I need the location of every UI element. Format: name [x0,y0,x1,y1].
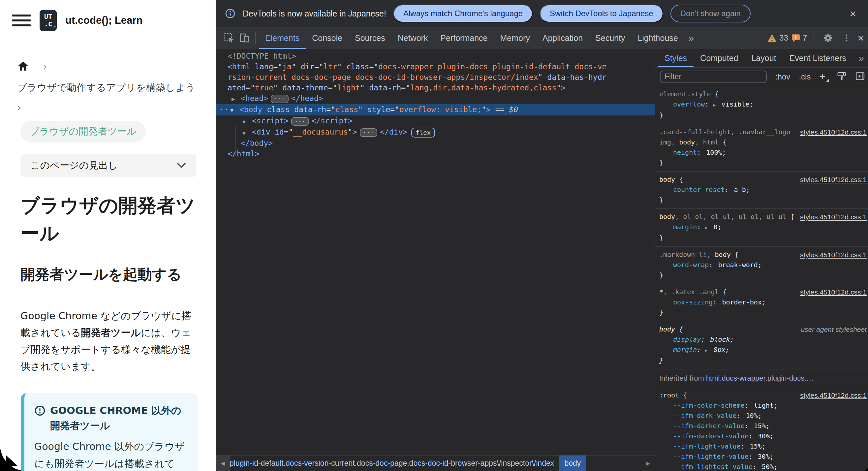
site-title[interactable]: ut.code(); Learn [65,14,143,26]
collapsed-content-button[interactable]: ··· [291,117,309,126]
css-declaration[interactable]: overflow:▶visible; [659,99,865,110]
stylesheet-link[interactable]: styles.4510f12d.css:1 [800,175,867,185]
collapsed-content-button[interactable]: ··· [271,95,288,103]
rule-word-wrap[interactable]: styles.4510f12d.css:1 .markdown li, body… [655,247,868,284]
toc-toggle-button[interactable]: このページの見出し [21,154,196,177]
expand-value-icon[interactable]: ▶ [713,102,715,107]
breadcrumb-section: ブラウザで動作するアプリを構築しよう [17,81,216,94]
stylesheet-link[interactable]: styles.4510f12d.css:1 [800,250,867,260]
tab-security[interactable]: Security [589,27,631,49]
toggle-pseudo-state-button[interactable]: :hov [775,72,790,82]
collapsed-content-button[interactable]: ··· [360,128,378,137]
css-variable[interactable]: --ifm-lightest-value:50%; [659,462,865,471]
dom-node-script[interactable]: ▶<script>···</script> [216,116,655,127]
rule-counter-reset[interactable]: styles.4510f12d.css:1 body { counter-res… [655,171,868,209]
css-declaration[interactable]: word-wrap:break-word; [659,260,865,270]
node-options-icon[interactable]: ··· [219,104,230,115]
rule-root-variables[interactable]: styles.4510f12d.css:1 :root { --ifm-colo… [655,387,868,471]
issues-button[interactable]: 7 [792,33,807,42]
devtools-close-icon[interactable]: × [858,32,864,43]
menu-button[interactable] [12,14,31,26]
stylesheet-link[interactable]: styles.4510f12d.css:1 [800,212,867,222]
devtools-window: DevTools is now available in Japanese! A… [216,0,868,471]
css-declaration[interactable]: display:block; [659,335,865,345]
css-declaration[interactable]: margin:▶0; [659,222,865,233]
info-icon [225,8,236,19]
tab-memory[interactable]: Memory [494,27,536,49]
toggle-class-button[interactable]: .cls [799,72,811,82]
always-match-language-button[interactable]: Always match Chrome's language [394,5,533,23]
inherited-node-link[interactable]: html.docs-wrapper.plugin-docs.… [706,374,814,382]
expand-icon[interactable]: ▶ [231,94,241,104]
rendering-emulation-icon[interactable] [837,71,846,83]
site-logo[interactable]: UT .C ⏎ [39,10,57,31]
rule-box-sizing[interactable]: styles.4510f12d.css:1 *, .katex .angl { … [655,284,868,321]
crumb-html-classes[interactable]: plugin-id-default.docs-version-current.d… [229,459,554,468]
tab-computed[interactable]: Computed [693,49,745,67]
dom-html-close[interactable]: </html> [216,149,655,159]
css-declaration[interactable]: height:100%; [659,148,865,158]
console-warnings-button[interactable]: 33 [767,33,788,42]
stylesheet-link[interactable]: styles.4510f12d.css:1 [800,390,867,400]
styles-filter-input[interactable] [660,71,767,83]
rule-margin[interactable]: styles.4510f12d.css:1 body, ol ol, ol ul… [655,209,868,247]
css-variable[interactable]: --ifm-lighter-value:30%; [659,451,865,462]
rule-selector[interactable]: element.style [659,90,711,98]
expand-icon[interactable]: ▶ [243,116,252,127]
collapse-icon[interactable]: ▼ [230,105,240,116]
css-variable[interactable]: --ifm-color-scheme:light; [659,400,865,411]
settings-gear-icon[interactable] [820,30,836,45]
crumb-back-icon[interactable]: ◀ [216,456,229,471]
switch-to-japanese-button[interactable]: Switch DevTools to Japanese [540,5,663,23]
crumb-body-selected[interactable]: body [559,456,586,471]
tab-performance[interactable]: Performance [434,27,494,49]
more-tabs-icon[interactable]: » [684,32,698,44]
tab-lighthouse[interactable]: Lighthouse [631,27,684,49]
flex-badge[interactable]: flex [411,128,435,137]
rule-user-agent[interactable]: user agent stylesheet body { display:blo… [655,321,868,369]
rule-element-style[interactable]: element.style { overflow:▶visible; } [655,86,868,124]
toggle-sidebar-icon[interactable] [855,71,865,83]
kebab-menu-icon[interactable] [839,30,854,45]
tab-network[interactable]: Network [392,27,434,49]
dom-doctype[interactable]: <!DOCTYPE html> [216,51,655,61]
css-declaration[interactable]: box-sizing:border-box; [659,297,865,307]
dom-node-body-selected[interactable]: ···▼<body class data-rh="class" style="o… [216,104,655,116]
warning-triangle-icon [767,34,777,42]
dom-node-docusaurus-div[interactable]: ▶<div id="__docusaurus">···</div>flex [216,127,655,138]
dont-show-again-button[interactable]: Don't show again [671,5,751,23]
css-variable[interactable]: --ifm-darker-value:15%; [659,421,865,431]
expand-value-icon[interactable]: ▶ [705,225,707,230]
home-icon[interactable] [17,60,29,73]
css-declaration[interactable]: counter-reset:a b; [659,185,865,195]
device-toolbar-icon[interactable] [237,30,252,45]
tab-layout[interactable]: Layout [745,49,783,67]
tab-application[interactable]: Application [536,27,589,49]
css-variable[interactable]: --ifm-dark-value:10%; [659,411,865,421]
toolbar-divider [255,32,256,43]
crumb-forward-icon[interactable]: ▶ [642,461,655,466]
dom-body-close[interactable]: </body> [216,138,655,149]
inspect-element-icon[interactable] [222,30,237,45]
css-declaration-overridden[interactable]: margin:▶8px; [659,345,865,355]
dom-node-head[interactable]: ▶<head>···</head> [216,93,655,104]
css-variable[interactable]: --ifm-light-value:15%; [659,441,865,451]
rule-height[interactable]: styles.4510f12d.css:1 .card--full-height… [655,124,868,171]
stylesheet-link[interactable]: styles.4510f12d.css:1 [800,127,867,137]
css-variable[interactable]: --ifm-darkest-value:30%; [659,431,865,441]
rule-selector[interactable]: .card--full-height, .navbar__logo img, b… [659,127,798,148]
more-sidebar-tabs-icon[interactable]: » [859,53,868,64]
tab-event-listeners[interactable]: Event Listeners [783,49,853,67]
infobar-close-icon[interactable]: × [849,8,860,19]
tab-sources[interactable]: Sources [349,27,392,49]
dom-node-html[interactable]: <html lang="ja" dir="ltr" class="docs-wr… [227,61,607,93]
expand-icon[interactable]: ▶ [243,127,252,138]
expand-value-icon[interactable]: ▶ [705,348,707,353]
new-style-rule-button[interactable]: + [819,71,828,83]
logo-top-text: UT [44,13,52,21]
stylesheet-link[interactable]: styles.4510f12d.css:1 [800,287,867,297]
tab-styles[interactable]: Styles [658,49,693,67]
info-admonition: GOOGLE CHROME 以外の開発者ツール Google Chrome 以外… [21,393,198,471]
tab-elements[interactable]: Elements [259,27,306,49]
tab-console[interactable]: Console [306,27,349,49]
